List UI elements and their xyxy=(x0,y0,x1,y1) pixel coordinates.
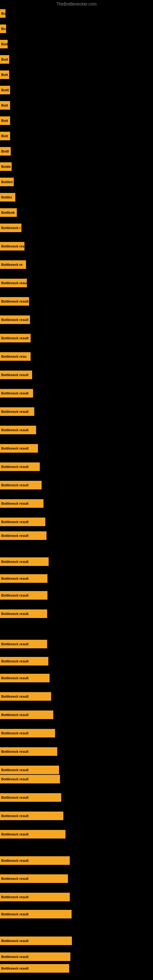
bottleneck-bar: Bottleneck result xyxy=(0,517,45,526)
bottleneck-bar: Bott xyxy=(0,101,10,110)
bottleneck-bar-label: Bottleneck result xyxy=(1,955,29,959)
bottleneck-bar: Bottleneck re xyxy=(0,260,26,269)
bottleneck-bar: Bott xyxy=(0,70,9,79)
bottleneck-bar-label: Bottleneck result xyxy=(1,577,29,580)
bottleneck-bar-label: Bottleneck result xyxy=(1,373,29,377)
bottleneck-bar-label: Bottleneck result xyxy=(1,465,29,469)
bottleneck-bar: Bottleneck resul xyxy=(0,242,24,250)
bottleneck-bar-label: Bottleneck result xyxy=(1,731,29,735)
bottleneck-bar-label: Bottleneck result xyxy=(1,318,29,321)
bottleneck-bar-label: Bottleneck result xyxy=(1,814,29,818)
bottleneck-bar: Bottleneck result xyxy=(0,729,55,737)
bottleneck-bar: Bottleneck result xyxy=(0,830,65,838)
bottleneck-bar: Bottleneck result xyxy=(0,953,70,961)
bottleneck-bar-label: Bo xyxy=(1,12,5,15)
bottleneck-bar: Bottleneck result xyxy=(0,640,47,648)
bottleneck-bar: Bottleneck result xyxy=(0,531,46,540)
bottleneck-bar-label: Bottl xyxy=(1,150,9,153)
bottleneck-bar-label: Bottleneck result xyxy=(1,281,27,285)
bottleneck-bar-label: Bottleneck result xyxy=(1,299,29,303)
bottleneck-bar-label: Bottleneck result xyxy=(1,895,29,899)
bottleneck-bar: Bottleneck result xyxy=(0,747,57,756)
bottleneck-bar-label: Bottleneck result xyxy=(1,695,29,698)
bottleneck-bar: Bottleneck result xyxy=(0,481,41,489)
bottleneck-bar: Bottleneck result xyxy=(0,811,63,820)
bottleneck-bar: Bottleneck result xyxy=(0,910,72,918)
bottleneck-bar: Bottleneck result xyxy=(0,315,30,324)
bottleneck-bar-label: Bott xyxy=(1,42,8,46)
bottleneck-bar: Bottleneck result xyxy=(0,937,72,945)
bottleneck-bar-label: Bott xyxy=(1,119,8,123)
site-title: TheBottlenecker.com xyxy=(56,2,97,6)
bottleneck-bar: Bottleneck result xyxy=(0,591,48,600)
bottleneck-bar: Bottleneck result xyxy=(0,499,43,508)
bottleneck-bar-label: Bottlen xyxy=(1,180,13,184)
bottleneck-bar-label: Bottleneck result xyxy=(1,713,29,717)
bottleneck-bar-label: Bottleneck result xyxy=(1,502,29,505)
bottleneck-bar: Bottl xyxy=(0,86,10,94)
bottleneck-bar-label: Bottleneck result xyxy=(1,642,29,646)
bottleneck-bar-label: Bottle xyxy=(1,165,11,169)
bottleneck-bar: Bottleneck result xyxy=(0,426,36,434)
bottleneck-bar-label: Bottleneck result xyxy=(1,795,29,799)
bottleneck-bar-label: Bottleneck re xyxy=(1,263,22,266)
bottleneck-bar: Bottle xyxy=(0,162,12,171)
bottleneck-bar: Bottleneck result xyxy=(0,692,51,701)
bottleneck-bar-label: Bottleneck result xyxy=(1,832,29,836)
bottleneck-bar: Bottleneck result xyxy=(0,893,70,901)
bottleneck-bar: Bottlenk xyxy=(0,208,17,217)
bottleneck-bar: Bottleneck result xyxy=(0,407,34,416)
bottleneck-bar-label: Bottleneck result xyxy=(1,877,29,880)
bottleneck-bar: Bottlen xyxy=(0,178,14,186)
bottleneck-bar: Bott xyxy=(0,55,9,64)
bottleneck-bar: Bottleneck result xyxy=(0,964,69,973)
bottleneck-bar: Bottleneck result xyxy=(0,711,53,719)
bottleneck-bar-label: Bott xyxy=(1,57,8,61)
bottleneck-bar-label: Bottleneck result xyxy=(1,777,29,781)
bottleneck-bar-label: Bottleneck r xyxy=(1,226,21,230)
bottleneck-bar: Bottleneck result xyxy=(0,657,48,665)
bottleneck-bar: Bottleneck result xyxy=(0,557,49,566)
bottleneck-bar-label: Bott xyxy=(1,103,8,107)
bottleneck-bar: Bottleneck result xyxy=(0,674,49,682)
bottleneck-bar-label: Bottleneck result xyxy=(1,768,29,772)
bottleneck-bar: Bottleneck result xyxy=(0,389,33,398)
bottleneck-bar-label: Bottl xyxy=(1,88,9,92)
bottleneck-bar-label: Bottleneck result xyxy=(1,336,29,340)
bottleneck-bar: Bo xyxy=(0,24,6,33)
bottleneck-bar-label: Bottleneck result xyxy=(1,750,29,753)
bottleneck-bar-label: Bottleneck result xyxy=(1,659,29,663)
bottleneck-bar-label: Bottleneck result xyxy=(1,939,29,943)
bottleneck-bar-label: Bottleneck result xyxy=(1,912,29,916)
bottleneck-bar-label: Bottleneck resul xyxy=(1,244,24,248)
bottleneck-bar-label: Bottler xyxy=(1,196,12,199)
bottleneck-bar: Bottleneck result xyxy=(0,609,47,618)
bottleneck-bar: Bottleneck result xyxy=(0,574,48,583)
bottleneck-bar: Bottleneck result xyxy=(0,766,59,774)
bottleneck-bar-label: Bottleneck result xyxy=(1,520,29,524)
bottleneck-bar: Bott xyxy=(0,40,8,48)
bottleneck-bar-label: Bo xyxy=(1,27,6,30)
bottleneck-bar-label: Bottleneck result xyxy=(1,534,29,538)
bottleneck-bar: Bottleneck result xyxy=(0,371,32,379)
bottleneck-bar-label: Bottleneck result xyxy=(1,428,29,432)
bottleneck-bar-label: Bott xyxy=(1,73,8,76)
bottleneck-bar: Bottleneck result xyxy=(0,775,60,783)
bottleneck-bar: Bottl xyxy=(0,147,11,156)
bottleneck-bar-label: Bottleneck result xyxy=(1,593,29,597)
bottleneck-bar-label: Bottleneck result xyxy=(1,391,29,395)
bottleneck-bar: Bottleneck result xyxy=(0,463,40,471)
bottleneck-bar-label: Bott xyxy=(1,134,8,138)
bottleneck-bar-label: Bottleneck resu xyxy=(1,355,27,358)
bottleneck-bar: Bottler xyxy=(0,193,15,202)
bottleneck-bar: Bottleneck result xyxy=(0,444,38,453)
bottleneck-bar-label: Bottlenk xyxy=(1,211,15,215)
bottleneck-bar: Bottleneck resu xyxy=(0,352,30,361)
bottleneck-bar-label: Bottleneck result xyxy=(1,447,29,450)
bottleneck-bar-label: Bottleneck result xyxy=(1,560,29,563)
bottleneck-bar: Bott xyxy=(0,116,10,125)
bottleneck-bar-label: Bottleneck result xyxy=(1,483,29,487)
bottleneck-bar: Bottleneck result xyxy=(0,279,27,287)
bottleneck-bar: Bottleneck result xyxy=(0,334,30,342)
bottleneck-bar: Bottleneck result xyxy=(0,297,29,305)
